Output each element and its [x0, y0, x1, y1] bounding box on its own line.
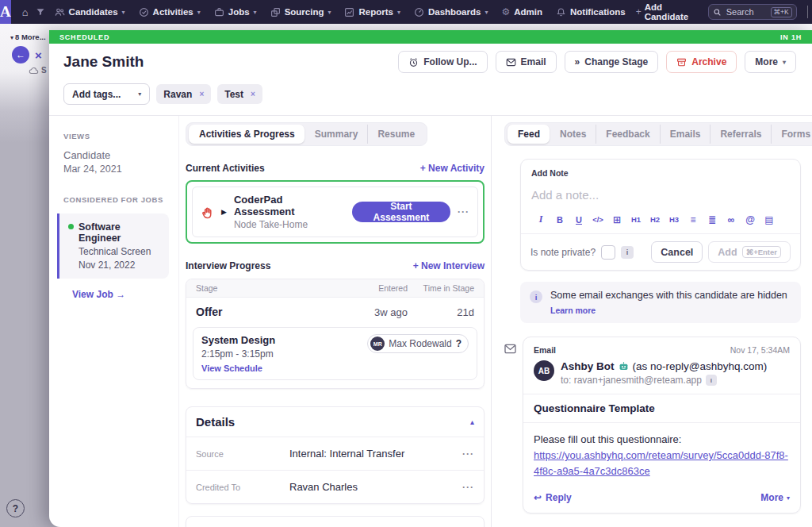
copy-icon [270, 7, 281, 17]
tab-referrals[interactable]: Referrals [710, 125, 771, 144]
considered-heading: CONSIDERED FOR JOBS [63, 195, 169, 204]
h2-icon[interactable]: H2 [645, 215, 665, 224]
col-time-in-stage: Time in Stage [408, 283, 474, 293]
bullet-list-icon[interactable]: ≣ [703, 214, 722, 225]
nav-reports[interactable]: Reports▾ [344, 7, 400, 17]
tab-emails[interactable]: Emails [660, 125, 710, 144]
note-toolbar: I B U </> ⊞ H1 H2 H3 ≡ ≣ ∞ @ ▤ [531, 213, 790, 233]
chevron-down-icon: ▾ [138, 90, 141, 98]
people-icon [55, 7, 65, 17]
filter-icon[interactable] [36, 7, 45, 17]
stage-row-offer[interactable]: Offer 3w ago 21d [186, 298, 484, 325]
email-type-label: Email [534, 345, 556, 355]
template-icon[interactable]: ⊞ [607, 214, 626, 225]
more-button[interactable]: More ▾ [745, 51, 796, 73]
chevron-up-icon[interactable]: ▴ [470, 417, 474, 426]
add-note-button[interactable]: Add ⌘+Enter [708, 241, 791, 263]
interview-name: System Design [201, 334, 275, 346]
underline-icon[interactable]: U [569, 215, 588, 225]
candidate-sidebar: VIEWS Candidate Mar 24, 2021 CONSIDERED … [49, 116, 178, 527]
candidate-panel: SCHEDULED IN 1H Jane Smith Follow Up... … [49, 30, 812, 527]
chevron-down-icon: ▾ [327, 9, 331, 16]
app: ▾8 More... ← × S ? A ⌂ Candidates▾ Activ… [0, 0, 812, 527]
close-icon[interactable]: × [35, 48, 42, 62]
survey-link[interactable]: https://you.ashbyhq.com/reteam/survey/5c… [534, 449, 788, 477]
nav-sourcing[interactable]: Sourcing▾ [270, 7, 331, 17]
center-column: Activities & Progress Summary Resume Cur… [178, 116, 492, 527]
code-icon[interactable]: </> [588, 215, 607, 224]
note-input[interactable]: Add a note... [531, 188, 790, 202]
alarm-clock-icon [408, 57, 419, 67]
add-tags-select[interactable]: Add tags... ▾ [63, 83, 150, 105]
interview-progress-title: Interview Progress [186, 260, 270, 271]
search-shortcut: ⌘+K [771, 7, 792, 17]
job-item-software-engineer[interactable]: Software Engineer Technical Screen Nov 2… [57, 213, 169, 279]
more-options-icon[interactable]: ··· [462, 482, 474, 493]
tab-summary[interactable]: Summary [304, 125, 368, 144]
back-button[interactable]: ← [12, 46, 29, 63]
reply-button[interactable]: ↩ Reply [534, 492, 572, 503]
help-button[interactable]: ? [6, 499, 25, 517]
email-more-button[interactable]: More ▾ [760, 492, 790, 503]
remove-tag-icon[interactable]: × [251, 90, 255, 98]
email-button[interactable]: Email [496, 51, 557, 73]
view-schedule-link[interactable]: View Schedule [201, 364, 275, 373]
bold-icon[interactable]: B [550, 215, 569, 225]
tab-forms[interactable]: Forms [771, 125, 812, 144]
private-note-checkbox[interactable] [601, 245, 615, 260]
tab-feedback[interactable]: Feedback [596, 125, 659, 144]
chevron-down-icon: ▾ [783, 59, 786, 66]
ordered-list-icon[interactable]: ≡ [684, 214, 703, 225]
nav-dashboards[interactable]: Dashboards▾ [414, 7, 488, 17]
change-stage-button[interactable]: » Change Stage [565, 51, 659, 73]
email-body-text: Please fill out this questionnaire: [534, 433, 681, 445]
home-icon[interactable]: ⌂ [22, 6, 29, 18]
italic-icon[interactable]: I [531, 213, 550, 225]
view-job-link[interactable]: View Job → [72, 289, 169, 300]
email-to: to: ravan+janesmith@reteam.app [561, 375, 702, 386]
nav-candidates[interactable]: Candidates▾ [55, 7, 125, 17]
email-feed-item: Email Nov 17, 5:34AM AB Ashby Bot (as no… [504, 337, 801, 514]
nav-admin[interactable]: ⚙ Admin [501, 6, 542, 17]
avatar: AB [534, 360, 554, 381]
tab-resume[interactable]: Resume [367, 125, 424, 144]
learn-more-link[interactable]: Learn more [550, 306, 787, 315]
expand-triangle-icon[interactable]: ▶ [221, 208, 227, 216]
start-assessment-button[interactable]: Start Assessment [352, 202, 450, 222]
info-icon[interactable]: i [706, 375, 717, 386]
envelope-icon [506, 57, 516, 67]
notifications-button[interactable]: Notifications [556, 7, 626, 17]
mention-icon[interactable]: @ [741, 214, 760, 225]
tab-activities-progress[interactable]: Activities & Progress [189, 125, 304, 144]
status-label: SCHEDULED [59, 33, 109, 41]
h3-icon[interactable]: H3 [665, 215, 684, 224]
cloud-icon [29, 66, 39, 75]
link-icon[interactable]: ∞ [722, 214, 741, 225]
view-name[interactable]: Candidate [63, 149, 169, 161]
archive-button[interactable]: Archive [666, 51, 737, 73]
add-candidate-button[interactable]: + Add Candidate [636, 2, 698, 21]
more-options-icon[interactable]: ··· [462, 448, 474, 460]
hiring-team-card: Hiring Team + Add Member ▴ ∅ No Hiring T… [186, 516, 485, 527]
ashby-logo[interactable]: A [0, 0, 11, 24]
document-icon[interactable]: ▤ [760, 214, 779, 225]
add-note-card: Add Note Add a note... I B U </> ⊞ H1 H2… [520, 159, 801, 271]
tag-ravan: Ravan × [156, 84, 211, 104]
more-jobs-toggle[interactable]: ▾8 More... [10, 33, 49, 41]
cancel-button[interactable]: Cancel [651, 241, 703, 263]
tab-notes[interactable]: Notes [550, 125, 596, 144]
archive-icon [676, 57, 687, 67]
follow-up-button[interactable]: Follow Up... [398, 51, 487, 73]
h1-icon[interactable]: H1 [626, 215, 645, 224]
interviewer-pill[interactable]: MR Max Rodewald ? [367, 334, 469, 353]
new-activity-link[interactable]: + New Activity [420, 163, 485, 174]
views-heading: VIEWS [63, 132, 169, 140]
nav-jobs[interactable]: Jobs▾ [214, 7, 257, 17]
search-input[interactable]: Search ⌘+K [708, 4, 797, 20]
more-options-icon[interactable]: ··· [458, 206, 469, 217]
new-interview-link[interactable]: + New Interview [413, 260, 485, 271]
nav-activities[interactable]: Activities▾ [139, 7, 201, 17]
status-banner: SCHEDULED IN 1H [49, 30, 812, 44]
remove-tag-icon[interactable]: × [199, 90, 204, 98]
tab-feed[interactable]: Feed [508, 125, 550, 144]
